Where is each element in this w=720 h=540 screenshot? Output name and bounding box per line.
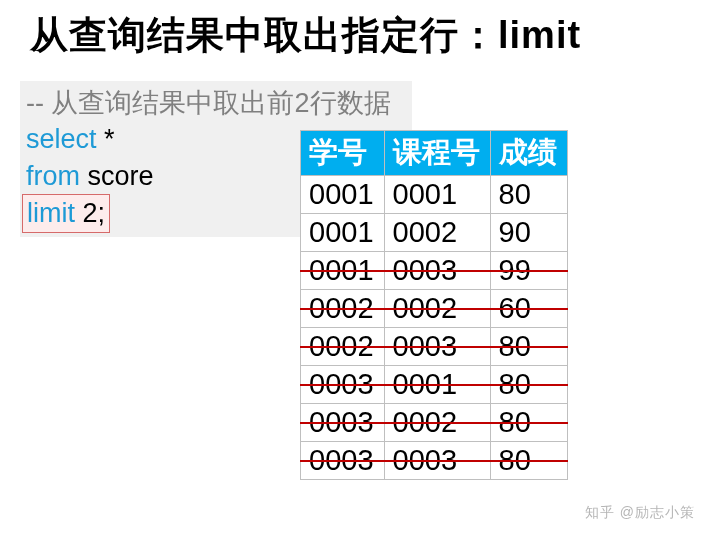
result-table-wrap: 学号课程号成绩 00010001800001000290000100039900… [300,130,568,480]
table-cell: 60 [490,290,567,328]
kw-select: select [26,124,97,154]
table-row: 0001000290 [301,214,568,252]
sql-comment: -- 从查询结果中取出前2行数据 [26,85,406,121]
page-title: 从查询结果中取出指定行：limit [30,10,720,61]
table-cell: 0002 [301,328,385,366]
watermark-text: 知乎 @励志小策 [585,504,695,522]
table-header-cell: 课程号 [384,131,490,176]
table-cell: 0002 [384,214,490,252]
table-row: 0002000260 [301,290,568,328]
table-cell: 0003 [301,404,385,442]
table-cell: 0001 [301,176,385,214]
table-cell: 0001 [301,214,385,252]
sql-star: * [97,124,115,154]
table-body: 0001000180000100029000010003990002000260… [301,176,568,480]
table-cell: 80 [490,442,567,480]
table-cell: 0002 [384,290,490,328]
table-cell: 0003 [384,328,490,366]
table-row: 0001000180 [301,176,568,214]
table-cell: 0001 [384,176,490,214]
sql-table-name: score [80,161,154,191]
kw-limit: limit [27,198,75,228]
table-header-cell: 成绩 [490,131,567,176]
table-header-row: 学号课程号成绩 [301,131,568,176]
table-row: 0003000180 [301,366,568,404]
table-cell: 80 [490,328,567,366]
kw-from: from [26,161,80,191]
table-cell: 0001 [301,252,385,290]
limit-highlight: limit 2; [22,194,110,232]
table-cell: 0003 [384,252,490,290]
table-cell: 0003 [301,442,385,480]
table-cell: 0002 [301,290,385,328]
table-cell: 99 [490,252,567,290]
table-row: 0001000399 [301,252,568,290]
table-cell: 0003 [301,366,385,404]
sql-limit-num: 2; [75,198,105,228]
table-cell: 0003 [384,442,490,480]
table-cell: 0002 [384,404,490,442]
result-table: 学号课程号成绩 00010001800001000290000100039900… [300,130,568,480]
table-cell: 80 [490,366,567,404]
table-row: 0003000380 [301,442,568,480]
table-cell: 90 [490,214,567,252]
table-cell: 80 [490,404,567,442]
table-cell: 0001 [384,366,490,404]
table-cell: 80 [490,176,567,214]
table-row: 0002000380 [301,328,568,366]
table-header-cell: 学号 [301,131,385,176]
table-row: 0003000280 [301,404,568,442]
